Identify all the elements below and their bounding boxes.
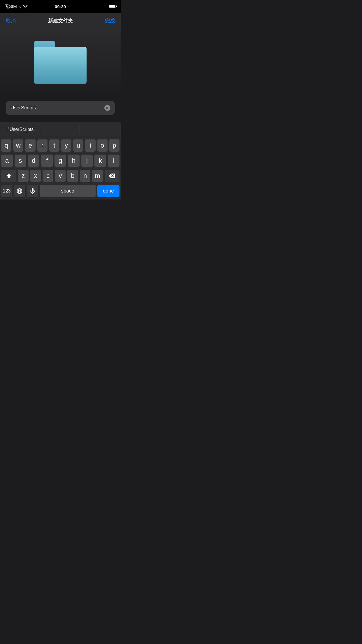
keyboard-row-3: z x c v b n m [1, 170, 120, 182]
key-l[interactable]: l [108, 155, 120, 167]
predictive-empty-1 [41, 127, 80, 132]
key-w[interactable]: w [13, 139, 23, 152]
key-delete[interactable] [105, 170, 120, 182]
keyboard-row-1: q w e r t y u i o p [1, 139, 120, 152]
carrier-text: 无SIM卡 [5, 4, 21, 9]
key-shift[interactable] [1, 170, 16, 182]
folder-body-overlay [34, 47, 87, 84]
key-d[interactable]: d [28, 155, 40, 167]
globe-icon [17, 188, 22, 194]
folder-area [0, 29, 121, 96]
key-k[interactable]: k [94, 155, 106, 167]
keyboard: q w e r t y u i o p a s d f g h j k l z … [0, 137, 121, 200]
text-input-wrapper [6, 101, 115, 115]
key-v[interactable]: v [55, 170, 66, 182]
battery-fill [109, 5, 115, 8]
key-space[interactable]: space [40, 185, 96, 197]
predictive-suggestion[interactable]: "UserScripts" [2, 125, 41, 134]
key-t[interactable]: t [49, 139, 59, 152]
key-f[interactable]: f [41, 155, 53, 167]
key-s[interactable]: s [15, 155, 26, 167]
svg-point-0 [17, 189, 22, 194]
key-z[interactable]: z [18, 170, 29, 182]
key-done[interactable]: done [97, 185, 120, 197]
key-g[interactable]: g [55, 155, 66, 167]
keyboard-row-2: a s d f g h j k l [1, 155, 120, 167]
key-i[interactable]: i [85, 139, 95, 152]
predictive-bar: "UserScripts" [0, 122, 121, 137]
key-r[interactable]: r [37, 139, 48, 152]
status-right [109, 5, 116, 8]
key-a[interactable]: a [1, 155, 13, 167]
key-globe[interactable] [14, 185, 25, 197]
key-y[interactable]: y [61, 139, 71, 152]
nav-bar: 取消 新建文件夹 完成 [0, 13, 121, 29]
folder-icon [34, 41, 87, 85]
page-title: 新建文件夹 [48, 18, 73, 24]
svg-point-1 [18, 189, 21, 194]
key-u[interactable]: u [73, 139, 83, 152]
key-e[interactable]: e [25, 139, 35, 152]
key-q[interactable]: q [1, 139, 11, 152]
done-button[interactable]: 完成 [105, 18, 115, 24]
shift-icon [6, 173, 12, 179]
key-m[interactable]: m [92, 170, 103, 182]
cancel-button[interactable]: 取消 [6, 18, 16, 24]
delete-icon [109, 174, 115, 178]
key-microphone[interactable] [27, 185, 38, 197]
key-c[interactable]: c [43, 170, 53, 182]
key-numbers[interactable]: 123 [1, 185, 12, 197]
svg-rect-4 [32, 188, 34, 192]
input-section [0, 96, 121, 120]
key-x[interactable]: x [30, 170, 41, 182]
status-bar: 无SIM卡 09:29 [0, 0, 121, 13]
key-h[interactable]: h [68, 155, 80, 167]
clear-button[interactable] [104, 105, 110, 111]
status-left: 无SIM卡 [5, 4, 28, 9]
folder-name-input[interactable] [10, 105, 102, 111]
wifi-icon [23, 5, 28, 8]
key-n[interactable]: n [80, 170, 91, 182]
key-b[interactable]: b [67, 170, 78, 182]
battery-icon [109, 5, 116, 8]
key-p[interactable]: p [109, 139, 120, 152]
key-j[interactable]: j [81, 155, 93, 167]
status-time: 09:29 [55, 4, 66, 9]
key-o[interactable]: o [97, 139, 108, 152]
microphone-icon [30, 188, 36, 194]
predictive-empty-2 [80, 127, 118, 132]
keyboard-row-bottom: 123 space done [1, 185, 120, 197]
